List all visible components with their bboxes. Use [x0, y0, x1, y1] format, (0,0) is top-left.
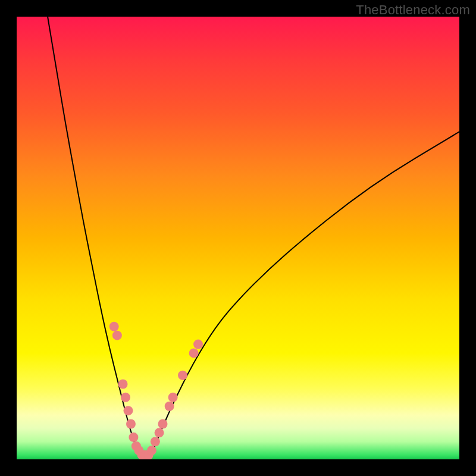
marker-layer [109, 322, 203, 459]
data-marker [118, 380, 128, 389]
data-marker [178, 371, 187, 380]
data-marker [158, 419, 168, 428]
data-marker [193, 340, 203, 349]
watermark-label: TheBottleneck.com [356, 2, 470, 18]
plot-area [17, 17, 459, 459]
data-marker [109, 322, 119, 331]
data-marker [129, 433, 138, 442]
data-marker [147, 446, 156, 455]
data-marker [168, 393, 178, 402]
chart-svg [17, 17, 459, 459]
data-marker [123, 406, 133, 415]
data-marker [189, 348, 199, 358]
data-marker [155, 428, 164, 437]
data-marker [112, 331, 122, 340]
data-marker [126, 419, 136, 428]
data-marker [165, 402, 174, 411]
data-marker [151, 437, 160, 446]
data-marker [121, 393, 130, 402]
curve-layer [48, 17, 459, 459]
curve-right-branch [149, 131, 459, 459]
chart-frame: TheBottleneck.com [0, 0, 476, 476]
